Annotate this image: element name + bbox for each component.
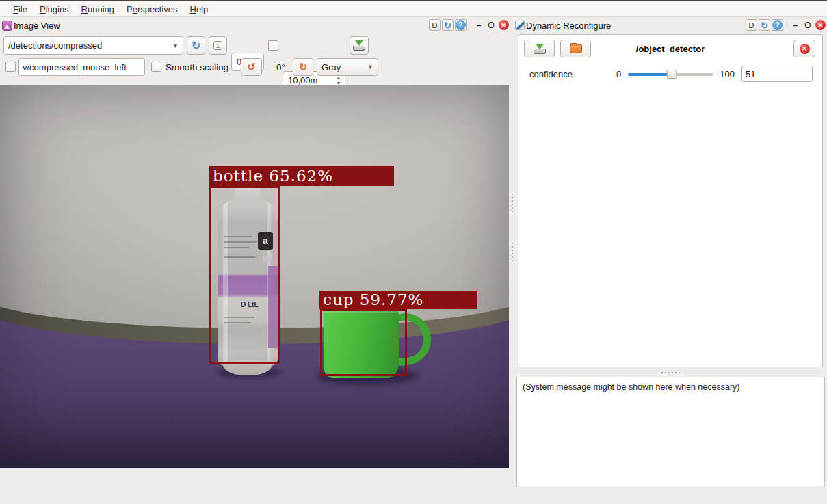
menu-bar: FilePluginsRunningPerspectivesHelp: [0, 1, 827, 17]
slider-handle[interactable]: [666, 70, 677, 79]
color-scheme-value: Gray: [321, 62, 341, 72]
refresh-topics-button[interactable]: ↻: [187, 36, 205, 55]
image-topic-value: /detections/compressed: [8, 40, 102, 51]
mouse-topic-value: v/compressed_mouse_left: [23, 62, 127, 72]
detection-box: [320, 309, 407, 376]
smooth-scaling-label: Smooth scaling: [166, 58, 228, 76]
dynamic-reconfigure-plugin-icon: [515, 21, 525, 30]
help-button[interactable]: ?: [772, 19, 783, 31]
reload-plugin-button[interactable]: ↻: [442, 19, 454, 31]
image-view-dock: Image View D ↻ ? – O ✕ /detections/compr…: [0, 17, 510, 504]
param-row-confidence: confidence 0 100: [529, 65, 814, 83]
spin-down-icon: ▼: [334, 81, 343, 85]
chevron-down-icon: ▼: [172, 42, 179, 49]
color-scheme-combo[interactable]: Gray ▼: [317, 58, 378, 76]
chevron-down-icon: ▼: [367, 64, 373, 70]
detection-label: bottle 65.62%: [209, 166, 394, 186]
close-icon: ✕: [815, 20, 826, 30]
image-view-titlebar: Image View D ↻ ? – O ✕: [0, 17, 510, 34]
smooth-scaling-checkbox[interactable]: [151, 62, 161, 72]
reload-icon: ↻: [444, 20, 452, 31]
detection-label: cup 59.77%: [319, 291, 477, 309]
rotate-left-button[interactable]: ↺: [241, 58, 262, 76]
minimize-button[interactable]: –: [790, 20, 801, 31]
dynamic-reconfigure-title: Dynamic Reconfigure: [526, 21, 611, 31]
publish-click-checkbox[interactable]: [5, 62, 16, 72]
system-message-text: (System message might be shown here when…: [523, 382, 740, 392]
save-image-icon: [353, 40, 365, 51]
param-name-label: confidence: [529, 69, 616, 79]
menu-item-plugins[interactable]: Plugins: [34, 3, 75, 16]
float-button[interactable]: O: [486, 20, 497, 31]
image-view-plugin-icon: [2, 21, 12, 31]
dynamic-reconfigure-titlebar-buttons: D ↻ ? – O ✕: [746, 19, 826, 31]
param-min-label: 0: [616, 69, 621, 79]
zoom-1-icon: 1: [213, 41, 222, 50]
close-node-button[interactable]: ✕: [793, 40, 815, 57]
zoom-100-button[interactable]: 1: [209, 36, 227, 55]
dynamic-reconfigure-titlebar: Dynamic Reconfigure D ↻ ? – O ✕: [513, 17, 827, 34]
menu-item-file[interactable]: File: [7, 3, 34, 16]
close-dock-button[interactable]: ✕: [498, 20, 509, 31]
horizontal-splitter[interactable]: [516, 369, 825, 375]
rotate-right-button[interactable]: ↻: [293, 58, 313, 76]
spin-up-icon: ▲: [334, 76, 343, 80]
image-topic-combo[interactable]: /detections/compressed ▼: [3, 36, 183, 55]
detection-box: [209, 186, 280, 364]
refresh-icon: ↻: [192, 39, 200, 52]
menu-item-perspectives[interactable]: Perspectives: [120, 3, 183, 16]
rotate-right-icon: ↻: [299, 61, 308, 73]
dock-button[interactable]: D: [429, 19, 441, 31]
close-icon: ✕: [499, 20, 509, 30]
node-name-label[interactable]: /object_detector: [518, 44, 822, 54]
reload-plugin-button[interactable]: ↻: [759, 19, 770, 31]
mouse-topic-field[interactable]: v/compressed_mouse_left: [18, 58, 145, 76]
close-icon: ✕: [800, 44, 810, 54]
minimize-button[interactable]: –: [473, 20, 484, 31]
slider-fill: [628, 73, 672, 76]
save-image-button[interactable]: [350, 36, 369, 55]
float-button[interactable]: O: [802, 20, 813, 31]
menu-item-running[interactable]: Running: [75, 3, 120, 16]
rotate-left-icon: ↺: [247, 61, 256, 73]
max-range-value: 10,00m: [288, 75, 317, 85]
reconfigure-panel: /object_detector ✕ confidence 0 100: [518, 34, 823, 367]
reload-icon: ↻: [761, 20, 769, 31]
confidence-slider[interactable]: [628, 69, 713, 79]
help-button[interactable]: ?: [455, 19, 467, 31]
system-message-area[interactable]: (System message might be shown here when…: [516, 377, 825, 486]
param-max-label: 100: [720, 69, 735, 79]
menu-item-help[interactable]: Help: [183, 3, 214, 16]
dynamic-range-checkbox[interactable]: [268, 40, 278, 51]
image-view-title: Image View: [14, 21, 60, 31]
camera-image[interactable]: a W D LtL bottle 65.62%cup 59.77%: [0, 85, 509, 468]
confidence-value-input[interactable]: [741, 66, 813, 82]
rotation-angle-label: 0°: [276, 58, 285, 76]
rqt-window: { "menu_bar": { "items": [ {"label": "Fi…: [0, 0, 827, 504]
close-dock-button[interactable]: ✕: [815, 20, 826, 31]
help-icon: ?: [456, 20, 466, 30]
help-icon: ?: [772, 20, 783, 30]
image-view-titlebar-buttons: D ↻ ? – O ✕: [429, 19, 509, 31]
dock-button[interactable]: D: [746, 19, 757, 31]
detection-layer: bottle 65.62%cup 59.77%: [0, 85, 509, 468]
